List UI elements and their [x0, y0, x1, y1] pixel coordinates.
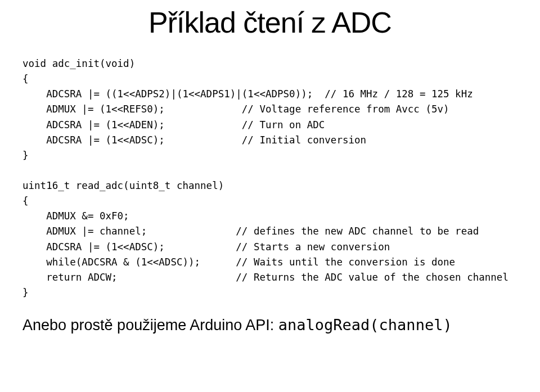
code-line: ADCSRA |= (1<<ADSC); // Initial conversi… — [22, 134, 366, 146]
code-line: ADCSRA |= (1<<ADEN); // Turn on ADC — [22, 119, 325, 130]
code-line: void adc_init(void) — [22, 58, 135, 69]
code-line: ADMUX |= (1<<REFS0); // Voltage referenc… — [22, 103, 449, 115]
code-line: { — [22, 195, 29, 206]
code-line: ADMUX |= channel; // defines the new ADC… — [22, 226, 479, 237]
slide-content: Příklad čtení z ADC void adc_init(void) … — [0, 0, 540, 392]
code-line: ADMUX &= 0xF0; — [22, 210, 129, 222]
code-line: return ADCW; // Returns the ADC value of… — [22, 272, 508, 283]
code-line: } — [22, 287, 29, 298]
code-line: { — [22, 73, 29, 84]
code-line: ADCSRA |= (1<<ADSC); // Starts a new con… — [22, 241, 390, 253]
code-line: } — [22, 150, 29, 161]
code-line: while(ADCSRA & (1<<ADSC)); // Waits unti… — [22, 256, 455, 268]
code-line: uint16_t read_adc(uint8_t channel) — [22, 180, 224, 191]
footer-text: Anebo prostě použijeme Arduino API: anal… — [22, 316, 518, 334]
code-block: void adc_init(void) { ADCSRA |= ((1<<ADP… — [22, 56, 518, 300]
code-line: ADCSRA |= ((1<<ADPS2)|(1<<ADPS1)|(1<<ADP… — [22, 88, 473, 100]
footer-prefix: Anebo prostě použijeme Arduino API: — [22, 317, 278, 334]
slide-title: Příklad čtení z ADC — [22, 6, 518, 39]
footer-code: analogRead(channel) — [278, 316, 452, 334]
